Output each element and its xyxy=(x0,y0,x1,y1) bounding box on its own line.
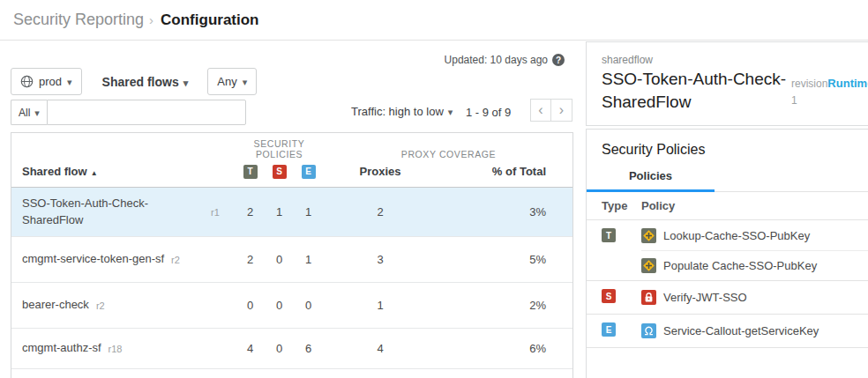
globe-icon xyxy=(20,75,34,88)
extension-count: 0 xyxy=(294,299,323,312)
breadcrumb-section[interactable]: Security Reporting xyxy=(13,11,144,29)
proxies-count: 2 xyxy=(323,205,438,219)
detail-tabs: Policies xyxy=(587,169,868,192)
sort-ascending-icon xyxy=(91,165,98,178)
policies-table-header: Type Policy xyxy=(587,192,868,220)
next-page-button[interactable] xyxy=(551,99,572,122)
table-group-header: SECURITY POLICIES PROXY COVERAGE xyxy=(11,133,572,156)
revision-block: revisionRuntime 1 xyxy=(791,75,868,113)
type-column-header: Type xyxy=(587,199,641,212)
pct-of-total: 5% xyxy=(438,253,572,266)
pagination-controls xyxy=(530,99,572,122)
caret-down-icon xyxy=(243,75,248,88)
traffic-type-badge: T xyxy=(602,228,616,242)
security-count: 0 xyxy=(265,299,294,312)
runtime-link[interactable]: Runtime xyxy=(827,77,868,90)
flow-revision: r1 xyxy=(211,207,220,218)
lock-icon xyxy=(641,290,656,305)
policy-name: Lookup-Cache-SSO-PubKey xyxy=(663,229,810,242)
search-scope-dropdown[interactable]: All xyxy=(11,100,47,125)
traffic-count: 2 xyxy=(236,205,265,219)
security-policies-heading: Security Policies xyxy=(587,130,868,158)
policy-group-extension: E Service-Callout-getServiceKey xyxy=(587,315,868,348)
shared-flows-table: SECURITY POLICIES PROXY COVERAGE Shared … xyxy=(11,132,573,378)
tab-policies[interactable]: Policies xyxy=(587,169,715,192)
proxy-coverage-group-header: PROXY COVERAGE xyxy=(323,149,574,159)
search-input[interactable] xyxy=(47,100,246,125)
caret-down-icon xyxy=(448,105,453,118)
caret-down-icon xyxy=(34,107,40,119)
table-row[interactable]: cmgmt-service-token-gen-sf r2 2 0 1 3 5% xyxy=(11,237,572,283)
policy-type-filter-dropdown[interactable]: Any xyxy=(207,68,257,95)
filter-row: prod Shared flows Any xyxy=(11,68,257,95)
entity-type-label: sharedflow xyxy=(602,54,868,66)
proxies-count: 4 xyxy=(323,342,438,355)
security-policies-group-header: SECURITY POLICIES xyxy=(236,138,323,159)
page-title: Configuration xyxy=(161,11,258,29)
caret-down-icon xyxy=(67,75,72,88)
pct-of-total: 6% xyxy=(438,342,572,355)
extension-count: 1 xyxy=(294,253,323,266)
previous-page-button[interactable] xyxy=(530,99,551,122)
traffic-sort-label: Traffic: high to low xyxy=(351,105,444,118)
traffic-type-badge: T xyxy=(243,165,258,179)
table-row[interactable]: bearer-check r2 0 0 0 1 2% xyxy=(11,283,572,329)
proxies-count: 1 xyxy=(323,299,438,312)
search-bar: All xyxy=(11,100,246,125)
pct-of-total: 3% xyxy=(438,205,572,219)
flow-revision: r18 xyxy=(108,344,123,354)
updated-status: Updated: 10 days ago xyxy=(445,54,565,66)
breadcrumb: Security Reporting › Configuration xyxy=(0,0,868,41)
shared-flow-column-header[interactable]: Shared flow xyxy=(11,165,236,178)
cache-icon xyxy=(641,228,656,243)
proxies-column-header: Proxies xyxy=(323,165,438,178)
updated-text: Updated: 10 days ago xyxy=(445,54,548,66)
revision-label: revision xyxy=(791,78,827,90)
detail-title: SSO-Token-Auth-Check-SharedFlow xyxy=(602,68,789,113)
security-type-badge: S xyxy=(273,165,287,179)
pagination-range: 1 - 9 of 9 xyxy=(466,106,511,119)
flows-pane: Updated: 10 days ago prod Shared flows xyxy=(0,41,584,378)
pct-of-total: 2% xyxy=(438,299,572,312)
policy-row[interactable]: Populate Cache-SSO-PubKey xyxy=(641,250,868,280)
extension-type-badge: E xyxy=(302,165,316,179)
table-row[interactable]: SSO-Token-Auth-Check-SharedFlow r1 2 1 1… xyxy=(11,188,572,237)
policy-group-security: S Verify-JWT-SSO xyxy=(587,281,868,315)
policy-column-header: Policy xyxy=(641,199,675,212)
flow-revision: r2 xyxy=(96,300,105,311)
policy-group-traffic: T Lookup-Cache-SSO-PubKey xyxy=(587,220,868,281)
table-column-header: Shared flow T S E Proxies % of Total xyxy=(11,156,572,188)
environment-label: prod xyxy=(39,75,62,88)
environment-dropdown[interactable]: prod xyxy=(11,68,82,95)
security-policies-card: Security Policies Policies Type Policy T xyxy=(586,129,868,378)
security-count: 0 xyxy=(265,342,294,355)
search-scope-label: All xyxy=(19,107,30,119)
caret-down-icon xyxy=(183,75,189,89)
extension-count: 1 xyxy=(294,205,323,219)
policy-name: Service-Callout-getServiceKey xyxy=(663,324,819,337)
service-callout-icon xyxy=(641,323,656,338)
scope-dropdown[interactable]: Shared flows xyxy=(102,75,189,89)
breadcrumb-separator: › xyxy=(149,12,153,27)
policy-row[interactable]: Service-Callout-getServiceKey xyxy=(641,315,868,347)
flow-name: SSO-Token-Auth-Check-SharedFlow xyxy=(22,196,204,229)
traffic-count: 0 xyxy=(236,299,265,312)
traffic-count: 4 xyxy=(236,342,265,355)
detail-header-card: sharedflow SSO-Token-Auth-Check-SharedFl… xyxy=(586,41,868,126)
scope-label: Shared flows xyxy=(102,75,179,89)
policy-row[interactable]: Verify-JWT-SSO xyxy=(641,281,868,314)
extension-type-badge: E xyxy=(602,322,616,337)
traffic-count: 2 xyxy=(236,253,265,266)
flow-name: cmgmt-authz-sf xyxy=(22,340,101,357)
flow-name: cmgmt-service-token-gen-sf xyxy=(22,251,164,268)
help-icon[interactable] xyxy=(552,54,565,66)
policy-row[interactable]: Lookup-Cache-SSO-PubKey xyxy=(641,220,868,250)
security-reporting-page: Security Reporting › Configuration Updat… xyxy=(0,0,868,378)
cache-icon xyxy=(641,258,656,273)
traffic-sort-dropdown[interactable]: Traffic: high to low xyxy=(351,105,453,118)
policy-filter-label: Any xyxy=(217,75,236,88)
extension-count: 6 xyxy=(294,342,323,355)
flow-revision: r2 xyxy=(171,255,180,265)
table-row[interactable]: cmgmt-authz-sf r18 4 0 6 4 6% xyxy=(11,329,572,369)
policy-name: Populate Cache-SSO-PubKey xyxy=(663,259,817,272)
